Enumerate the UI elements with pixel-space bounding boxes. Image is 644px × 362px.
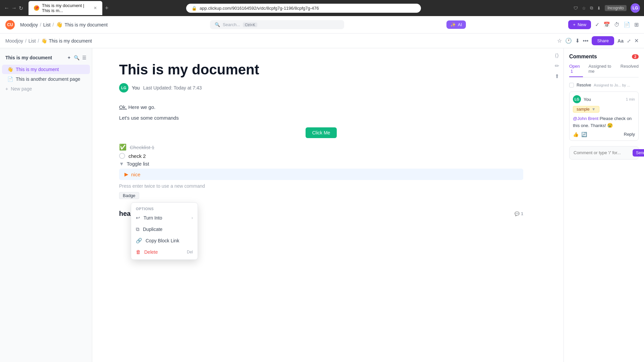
reload-btn[interactable]: ↻ bbox=[19, 5, 23, 11]
resolve-label[interactable]: Resolve bbox=[577, 83, 591, 87]
search-placeholder: Search... bbox=[223, 22, 240, 27]
tab-title: This is my document | This is m... bbox=[42, 3, 91, 13]
sidebar-item-icon-2: 📄 bbox=[7, 76, 13, 82]
comment-count[interactable]: 💬 1 bbox=[515, 212, 523, 216]
forward-btn[interactable]: → bbox=[11, 5, 17, 11]
breadcrumb-workspace-item[interactable]: Moodjoy bbox=[5, 38, 23, 44]
breadcrumb-workspace[interactable]: Moodjoy bbox=[20, 22, 38, 27]
comments-badge: 2 bbox=[632, 54, 639, 59]
comment-input-row[interactable]: Send bbox=[569, 146, 639, 160]
shield-icon: 🛡 bbox=[574, 6, 578, 11]
calendar-icon[interactable]: 📅 bbox=[603, 21, 610, 28]
context-menu-duplicate[interactable]: ⧉ Duplicate bbox=[131, 224, 198, 235]
badge-tag: Badge bbox=[119, 192, 139, 199]
check-icon[interactable]: ✓ bbox=[595, 21, 599, 28]
font-size-icon[interactable]: Aa bbox=[618, 38, 624, 44]
global-search[interactable]: 🔍 Search... Ctrl+K bbox=[210, 20, 344, 29]
turn-into-label: Turn Into bbox=[144, 215, 162, 221]
toggle-arrow-icon: ▼ bbox=[119, 161, 124, 167]
new-button[interactable]: + New bbox=[568, 20, 591, 29]
plus-new-icon: + bbox=[5, 86, 8, 92]
comment-input[interactable] bbox=[574, 150, 630, 155]
close-icon[interactable]: ✕ bbox=[634, 38, 639, 44]
checklist-text-2: check 2 bbox=[128, 153, 146, 159]
breadcrumb-sep2: / bbox=[38, 38, 39, 44]
thumbs-up-button[interactable]: 👍 bbox=[573, 132, 579, 137]
address-bar[interactable]: 🔒 app.clickup.com/9016164592/v/dc/8cpfg7… bbox=[186, 4, 421, 13]
download-icon-breadcrumb[interactable]: ⬇ bbox=[575, 38, 580, 44]
breadcrumb-right-actions: ☆ 🕐 ⬇ ••• Share Aa ⤢ ✕ bbox=[557, 36, 639, 45]
star-icon[interactable]: ☆ bbox=[582, 6, 586, 11]
app-logo[interactable]: CU bbox=[5, 20, 15, 29]
sidebar-title: This is my document bbox=[5, 55, 52, 60]
send-button[interactable]: Send bbox=[633, 149, 644, 157]
checklist-item-2[interactable]: check 2 bbox=[119, 153, 523, 159]
breadcrumb-current[interactable]: This is my document bbox=[65, 22, 108, 27]
extension-icon[interactable]: ⧉ bbox=[590, 5, 593, 11]
sample-dropdown-icon: ▼ bbox=[592, 107, 596, 112]
duplicate-label: Duplicate bbox=[143, 227, 162, 232]
mention-text: @John Brent bbox=[573, 116, 598, 121]
context-menu-copy-link[interactable]: 🔗 Copy Block Link bbox=[131, 235, 198, 246]
new-page-button[interactable]: + New page bbox=[0, 84, 92, 94]
tab-open[interactable]: Open 1 bbox=[569, 64, 583, 77]
ai-button[interactable]: ✨ AI bbox=[446, 20, 466, 29]
more-icon[interactable]: ••• bbox=[583, 38, 589, 44]
duplicate-icon: ⧉ bbox=[136, 226, 140, 232]
context-menu-delete[interactable]: 🗑 Delete Del bbox=[131, 246, 198, 257]
tab-assigned[interactable]: Assigned to me bbox=[588, 64, 615, 77]
comment-user-row: LG You 1 min bbox=[573, 95, 635, 103]
active-tab[interactable]: 📌 This is my document | This is m... ✕ bbox=[29, 1, 102, 15]
tab-favicon: 📌 bbox=[34, 5, 39, 11]
download-icon[interactable]: ⬇ bbox=[597, 6, 601, 11]
sidebar-item-document2[interactable]: 📄 This is another document page bbox=[2, 74, 90, 84]
sidebar-sparkle-icon[interactable]: ✦ bbox=[67, 55, 71, 60]
main-layout: This is my document ✦ 🔍 ☰ 👋 This is my d… bbox=[0, 48, 644, 362]
collapse-icon[interactable]: ⟨⟩ bbox=[555, 52, 559, 59]
toggle-list-item[interactable]: ▶ nice bbox=[119, 169, 523, 180]
context-menu-turn-into[interactable]: ↩ Turn Into › bbox=[131, 212, 198, 224]
comment-actions: 👍 🔄 Reply bbox=[573, 132, 635, 137]
tab-close-icon[interactable]: ✕ bbox=[94, 6, 97, 10]
back-btn[interactable]: ← bbox=[4, 5, 9, 11]
toolbar-edit-icon[interactable]: ✏ bbox=[555, 63, 559, 69]
sample-tag[interactable]: sample ▼ bbox=[573, 106, 599, 113]
url-text: app.clickup.com/9016164592/v/dc/8cpfg7g-… bbox=[200, 6, 319, 11]
toolbar-share-icon[interactable]: ⬆ bbox=[555, 73, 559, 79]
grid-icon[interactable]: ⊞ bbox=[634, 21, 639, 28]
sidebar-item-document1[interactable]: 👋 This is my document bbox=[2, 65, 90, 74]
resolve-checkbox[interactable] bbox=[569, 83, 574, 87]
refresh-button[interactable]: 🔄 bbox=[581, 132, 587, 137]
breadcrumb-list-item[interactable]: List bbox=[29, 38, 36, 44]
doc-icon[interactable]: 📄 bbox=[624, 21, 630, 28]
breadcrumb-list[interactable]: List bbox=[43, 22, 51, 27]
context-menu-header: OPTIONS bbox=[131, 205, 198, 212]
toggle-list-header[interactable]: ▼ Toggle list bbox=[119, 161, 523, 167]
reply-button[interactable]: Reply bbox=[624, 132, 635, 137]
browser-chrome: ← → ↻ 📌 This is my document | This is m.… bbox=[0, 0, 644, 16]
author-avatar: LG bbox=[119, 83, 128, 93]
sidebar-menu-icon[interactable]: ☰ bbox=[82, 55, 87, 60]
delete-label: Delete bbox=[144, 249, 158, 255]
search-shortcut: Ctrl+K bbox=[243, 22, 257, 27]
copy-link-label: Copy Block Link bbox=[146, 238, 179, 243]
clock-icon-breadcrumb[interactable]: 🕐 bbox=[565, 38, 572, 44]
bookmark-icon[interactable]: ☆ bbox=[557, 38, 562, 44]
search-icon: 🔍 bbox=[215, 22, 220, 27]
tab-resolved[interactable]: Resolved bbox=[621, 64, 639, 77]
profile-avatar[interactable]: LG bbox=[631, 3, 640, 13]
document-title: This is my document bbox=[119, 62, 523, 78]
new-tab-button[interactable]: + bbox=[105, 5, 109, 12]
share-button[interactable]: Share bbox=[592, 36, 614, 45]
sidebar-item-label-1: This is my document bbox=[16, 67, 85, 72]
click-me-button[interactable]: Click Me bbox=[306, 127, 337, 138]
sidebar-search-icon[interactable]: 🔍 bbox=[74, 55, 79, 60]
resolve-row: Resolve Assigned to Jo... by ... bbox=[569, 83, 639, 87]
comments-tabs: Open 1 Assigned to me Resolved bbox=[569, 64, 639, 77]
check-empty-icon bbox=[119, 153, 125, 159]
expand-icon[interactable]: ⤢ bbox=[627, 38, 631, 44]
comment-user: You bbox=[584, 97, 591, 102]
toggle-item-arrow: ▶ bbox=[124, 171, 128, 177]
clock-icon[interactable]: ⏱ bbox=[614, 22, 620, 28]
app-header: CU Moodjoy / List / 👋 This is my documen… bbox=[0, 16, 644, 34]
